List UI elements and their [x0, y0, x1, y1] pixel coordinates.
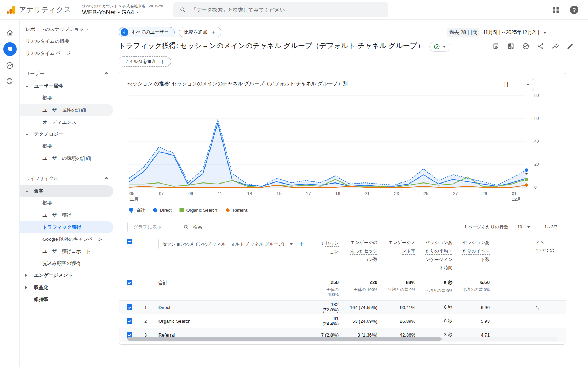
column-header[interactable]: セッションあたりのイベント数 [457, 239, 494, 264]
rows-per-page-value[interactable]: 10 [517, 225, 522, 229]
sidebar-item-label: 見込み顧客の獲得 [42, 260, 81, 267]
sessions-line-chart[interactable]: 0204060800511月07091113151719212325272901… [127, 93, 558, 206]
comparison-icon[interactable] [507, 43, 514, 50]
row-checkbox[interactable] [127, 332, 132, 338]
note-icon[interactable] [492, 43, 500, 50]
sidebar-item[interactable]: レポートのスナップショット [20, 23, 113, 35]
table-row[interactable]: 2Organic Search61 (24.4%)53 (24.09%)86.8… [119, 314, 566, 328]
help-icon[interactable]: ? [570, 5, 579, 14]
legend-label: 合計 [136, 207, 145, 213]
metric-value-clipped: 1, [494, 305, 566, 310]
all-users-segment-chip[interactable]: す すべてのユーザー [119, 27, 175, 37]
sidebar-section-header[interactable]: ユーザー [20, 67, 113, 80]
sidebar-item[interactable]: 概要 [20, 92, 113, 104]
sidebar-group[interactable]: 集客 [20, 185, 113, 197]
page-title[interactable]: トラフィック獲得: セッションのメインのチャネル グループ（デフォルト チャネル… [119, 41, 424, 54]
svg-text:05: 05 [129, 191, 134, 196]
channel-name: Referral [154, 332, 313, 338]
explore-icon[interactable] [0, 57, 20, 74]
totals-value: 88% [386, 280, 415, 285]
metric-value: 42.86% [382, 332, 420, 338]
sidebar-group[interactable]: 維持率 [20, 293, 113, 305]
add-comparison-chip[interactable]: 比較を追加 ＋ [179, 27, 221, 37]
sidebar-item[interactable]: リアルタイム ページ [20, 47, 113, 59]
dimension-selector[interactable]: セッションのメインのチャネル ...ォルト チャネル グループ) [158, 239, 296, 249]
chevron-down-icon[interactable] [527, 226, 530, 228]
totals-value-cell: 220全体の 100% [343, 280, 382, 292]
sidebar-item[interactable]: オーディエンス [20, 116, 113, 128]
sidebar-group[interactable]: エンゲージメント [20, 269, 113, 281]
svg-text:?: ? [573, 7, 576, 13]
sidebar-group[interactable]: 収益化 [20, 281, 113, 293]
sidebar-item[interactable]: ユーザー獲得コホート [20, 245, 113, 257]
sidebar-item-active[interactable]: トラフィック獲得 [20, 221, 113, 233]
totals-value-cell: 6 秒平均との差 0% [420, 280, 457, 293]
column-header[interactable]: エンゲージメント率 [382, 239, 420, 256]
column-header[interactable]: ↓セッション [313, 239, 343, 256]
column-header[interactable]: エンゲージのあったセッション数 [343, 239, 382, 264]
breadcrumb-path[interactable]: すべてのアカウント > 株式会社米谷 [82, 4, 146, 9]
property-switcher[interactable]: WEB-YoNet - GA4 [82, 9, 166, 16]
svg-text:12月: 12月 [512, 197, 521, 202]
legend-item-organic-search[interactable]: Organic Search [179, 208, 217, 213]
sidebar-group[interactable]: テクノロジー [20, 128, 113, 140]
horizontal-scrollbar[interactable] [127, 337, 558, 341]
plus-icon: ＋ [210, 29, 216, 35]
edit-icon[interactable] [567, 43, 574, 50]
sidebar-item-label: 概要 [42, 143, 52, 150]
metric-value: 182 (72.8%) [313, 302, 343, 313]
scrollbar-thumb[interactable] [127, 337, 442, 341]
insights-icon[interactable] [522, 43, 529, 50]
sidebar-section-header[interactable]: ライフサイクル [20, 172, 113, 185]
sidebar-item-label: リアルタイム ページ [25, 50, 71, 57]
breadcrumb[interactable]: すべてのアカウント > 株式会社米谷 WEB-Yo... [82, 4, 166, 9]
svg-text:60: 60 [534, 116, 539, 121]
row-checkbox-cell [119, 332, 140, 338]
home-icon[interactable] [0, 25, 20, 41]
column-header-label: セッションあたりの平均エンゲージメント時間 [425, 240, 452, 270]
table-row[interactable]: 1Direct182 (72.8%)164 (74.55%)90.11%6 秒6… [119, 300, 566, 314]
date-range-picker[interactable]: 過去 28 日間 11月5日～2025年12月2日 [447, 28, 546, 37]
apps-grid-icon[interactable] [553, 7, 559, 13]
sidebar-item[interactable]: ユーザーの環境の詳細 [20, 152, 113, 164]
column-header[interactable]: セッションあたりの平均エンゲージメント時間 [420, 239, 457, 272]
divider [25, 63, 108, 63]
sidebar-group[interactable]: ユーザー属性 [20, 80, 113, 92]
table-search-input[interactable]: 検索... [183, 224, 206, 230]
analytics-logo-icon[interactable] [6, 5, 16, 14]
sidebar-item[interactable]: Google 以外のキャンペーン [20, 233, 113, 245]
segment-label: すべてのユーザー [131, 29, 169, 35]
explore-sparkle-icon[interactable] [552, 43, 559, 50]
sidebar-item[interactable]: 概要 [20, 140, 113, 152]
sidebar-item[interactable]: 見込み顧客の獲得 [20, 257, 113, 269]
share-icon[interactable] [537, 43, 544, 50]
advertising-icon[interactable] [0, 74, 20, 90]
legend-item-referral[interactable]: Referral [225, 208, 248, 213]
breadcrumb-extra[interactable]: WEB-Yo... [149, 4, 166, 8]
table-search-placeholder: 検索... [193, 224, 206, 230]
select-all-checkbox[interactable] [127, 239, 132, 244]
legend-item-合計[interactable]: 合計 [129, 207, 145, 213]
dimension-header-cell: セッションのメインのチャネル ...ォルト チャネル グループ)+ [154, 239, 313, 249]
legend-item-direct[interactable]: Direct [153, 208, 172, 213]
column-header-label: エンゲージのあったセッション数 [350, 240, 377, 262]
granularity-select[interactable]: 日 [496, 78, 534, 91]
show-on-chart-button[interactable]: グラフに表示 [127, 222, 167, 232]
data-quality-badge[interactable] [429, 42, 450, 52]
svg-text:27: 27 [453, 191, 458, 196]
reports-icon[interactable] [0, 41, 20, 57]
sidebar-item[interactable]: 概要 [20, 197, 113, 209]
sidebar-item[interactable]: ユーザー獲得 [20, 209, 113, 221]
svg-text:40: 40 [534, 139, 539, 144]
metric-value: 7 (2.8%) [313, 332, 343, 338]
sidebar-item[interactable]: ユーザー属性の詳細 [20, 104, 113, 116]
add-dimension-button[interactable]: + [299, 240, 304, 248]
column-header-clipped[interactable]: イベすべての [494, 239, 566, 254]
row-checkbox[interactable] [127, 318, 132, 324]
row-checkbox[interactable] [127, 304, 132, 310]
diamond-legend-icon [225, 208, 230, 213]
sidebar-item[interactable]: リアルタイムの概要 [20, 35, 113, 47]
global-search-input[interactable]: 「データ探索」と検索してみてください [173, 2, 388, 17]
totals-checkbox[interactable] [127, 280, 132, 285]
add-filter-chip[interactable]: フィルタを追加 ＋ [119, 56, 171, 67]
